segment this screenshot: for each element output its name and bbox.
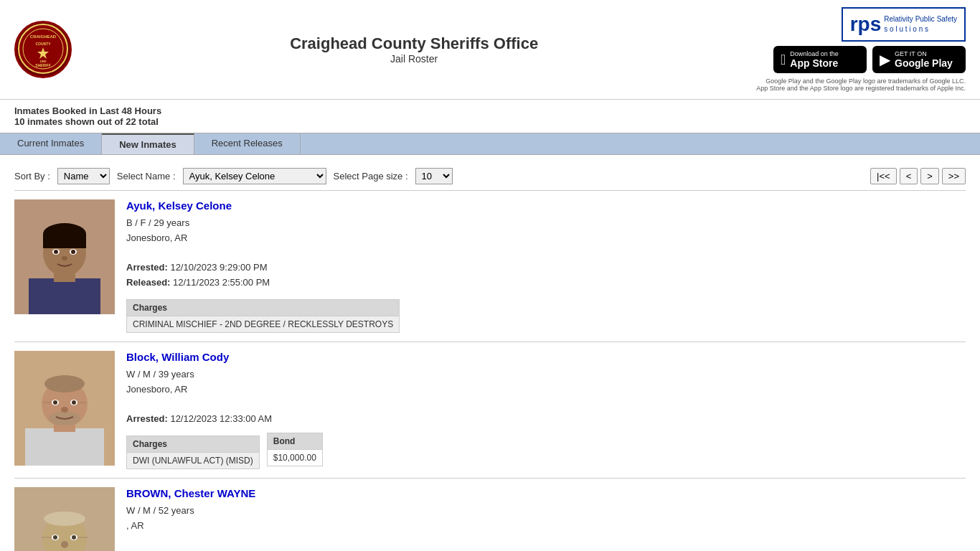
rps-full-name: Relativity Public Safety s o l u t i o n… <box>884 14 957 34</box>
bond-amount-2: $10,000.00 <box>267 450 322 466</box>
subheader-block: Inmates Booked in Last 48 Hours 10 inmat… <box>0 100 980 133</box>
inmate-city-3: , AR <box>126 519 966 534</box>
apple-icon:  <box>781 52 786 68</box>
app-store-buttons:  Download on the App Store ▶ GET IT ON … <box>773 46 966 73</box>
svg-text:1899: 1899 <box>40 60 47 63</box>
svg-rect-8 <box>29 278 100 314</box>
svg-point-17 <box>62 256 67 260</box>
table-row: Block, William Cody W / M / 39 years Jon… <box>14 342 966 478</box>
charges-table-1: Charges CRIMINAL MISCHIEF - 2ND DEGREE /… <box>126 299 400 333</box>
inmate-city-1: Jonesboro, AR <box>126 231 966 246</box>
photo-placeholder <box>14 199 115 314</box>
tab-new-inmates[interactable]: New Inmates <box>102 133 194 154</box>
inmate-city-2: Jonesboro, AR <box>126 382 966 397</box>
svg-point-40 <box>61 541 68 548</box>
booked-label: Inmates Booked in Last 48 Hours <box>14 105 966 116</box>
inmate-photo-2 <box>14 351 115 466</box>
charges-header-2: Charges <box>127 436 260 453</box>
inmate-race-gender-age-1: B / F / 29 years <box>126 216 966 231</box>
svg-rect-19 <box>25 428 104 466</box>
inmate-photo-1 <box>14 199 115 314</box>
table-row: BROWN, Chester WAYNE W / M / 52 years , … <box>14 478 966 551</box>
svg-point-38 <box>53 535 57 540</box>
name-select[interactable]: Ayuk, Kelsey Celone Block, William Cody … <box>183 168 326 184</box>
inmate-race-gender-age-3: W / M / 52 years <box>126 504 966 519</box>
page-header: CRAIGHEAD COUNTY SHERIFF 1899 Craighead … <box>0 0 980 100</box>
tab-recent-releases[interactable]: Recent Releases <box>194 133 301 154</box>
page-subtitle: Jail Roster <box>72 53 756 65</box>
inmate-name-2[interactable]: Block, William Cody <box>126 351 966 363</box>
inmate-info-2: Block, William Cody W / M / 39 years Jon… <box>126 351 966 469</box>
controls-bar: Sort By : Name Date Charge Select Name :… <box>0 162 980 190</box>
inmate-info-1: Ayuk, Kelsey Celone B / F / 29 years Jon… <box>126 199 966 333</box>
inmate-race-gender-age-2: W / M / 39 years <box>126 367 966 382</box>
tab-current-inmates[interactable]: Current Inmates <box>0 133 102 154</box>
inmate-name-1[interactable]: Ayuk, Kelsey Celone <box>126 199 966 212</box>
inmate-details-3: W / M / 52 years , AR Arrested: 12/11/20… <box>126 504 966 551</box>
header-right-block: rps Relativity Public Safety s o l u t i… <box>756 7 966 92</box>
sort-select[interactable]: Name Date Charge <box>57 168 110 184</box>
inmate-list: Ayuk, Kelsey Celone B / F / 29 years Jon… <box>0 190 980 551</box>
charge-row-2-1: DWI (UNLAWFUL ACT) (MISD) <box>127 453 260 469</box>
inmate-count-label: 10 inmates shown out of 22 total <box>14 116 966 127</box>
google-play-button[interactable]: ▶ GET IT ON Google Play <box>872 46 966 73</box>
bond-header-2: Bond <box>267 433 322 450</box>
next-page-button[interactable]: > <box>920 168 939 184</box>
google-play-text: GET IT ON Google Play <box>895 50 953 69</box>
svg-point-26 <box>53 400 57 405</box>
pagesize-label: Select Page size : <box>334 171 408 182</box>
charges-bond-row-2: Charges DWI (UNLAWFUL ACT) (MISD) Bond $… <box>126 433 966 469</box>
inmate-details-2: W / M / 39 years Jonesboro, AR Arrested:… <box>126 367 966 427</box>
inmate-arrested-2: Arrested: 12/12/2023 12:33:00 AM <box>126 412 966 427</box>
google-play-icon: ▶ <box>880 51 890 68</box>
svg-point-15 <box>54 250 58 254</box>
svg-text:CRAIGHEAD: CRAIGHEAD <box>30 34 57 39</box>
inmate-details-1: B / F / 29 years Jonesboro, AR Arrested:… <box>126 216 966 291</box>
charge-row-1-1: CRIMINAL MISCHIEF - 2ND DEGREE / RECKLES… <box>127 316 400 332</box>
last-page-button[interactable]: >> <box>942 168 966 184</box>
svg-point-39 <box>72 535 76 540</box>
page-title: Craighead County Sheriffs Office <box>72 34 756 53</box>
inmate-arrested-3: Arrested: 12/11/2023 9:05:00 AM <box>126 549 966 551</box>
photo-placeholder <box>14 487 115 551</box>
header-title-block: Craighead County Sheriffs Office Jail Ro… <box>72 34 756 65</box>
svg-point-16 <box>71 250 75 254</box>
table-row: Ayuk, Kelsey Celone B / F / 29 years Jon… <box>14 190 966 342</box>
sheriff-logo: CRAIGHEAD COUNTY SHERIFF 1899 <box>14 21 72 78</box>
inmate-info-3: BROWN, Chester WAYNE W / M / 52 years , … <box>126 487 966 551</box>
tab-bar: Current Inmates New Inmates Recent Relea… <box>0 133 980 155</box>
svg-point-27 <box>72 400 76 405</box>
inmate-arrested-1: Arrested: 12/10/2023 9:29:00 PM <box>126 260 966 276</box>
prev-page-button[interactable]: < <box>900 168 918 184</box>
rps-logo: rps Relativity Public Safety s o l u t i… <box>842 7 966 42</box>
sort-label: Sort By : <box>14 171 50 182</box>
svg-point-22 <box>44 375 85 392</box>
svg-point-35 <box>44 512 85 526</box>
app-store-text: Download on the App Store <box>790 50 839 69</box>
pagesize-select[interactable]: 10 25 50 100 <box>415 168 453 184</box>
charges-bond-row-1: Charges CRIMINAL MISCHIEF - 2ND DEGREE /… <box>126 296 966 333</box>
inmate-name-3[interactable]: BROWN, Chester WAYNE <box>126 487 966 499</box>
inmate-photo-3 <box>14 487 115 551</box>
sheriff-logo-text: CRAIGHEAD COUNTY SHERIFF 1899 <box>18 24 68 75</box>
svg-text:COUNTY: COUNTY <box>35 42 51 46</box>
rps-acronym: rps <box>850 13 882 36</box>
pagination: |<< < > >> <box>870 168 966 184</box>
charges-table-2: Charges DWI (UNLAWFUL ACT) (MISD) <box>126 435 260 469</box>
app-store-button[interactable]:  Download on the App Store <box>773 46 867 73</box>
inmate-released-1: Released: 12/11/2023 2:55:00 PM <box>126 276 966 291</box>
bond-table-2: Bond $10,000.00 <box>267 433 323 466</box>
svg-text:SHERIFF: SHERIFF <box>35 63 50 67</box>
charges-header-1: Charges <box>127 299 400 316</box>
store-disclaimer: Google Play and the Google Play logo are… <box>756 77 966 92</box>
photo-placeholder <box>14 351 115 466</box>
svg-point-28 <box>61 407 68 413</box>
name-label: Select Name : <box>117 171 176 182</box>
svg-rect-12 <box>43 234 86 248</box>
first-page-button[interactable]: |<< <box>870 168 897 184</box>
